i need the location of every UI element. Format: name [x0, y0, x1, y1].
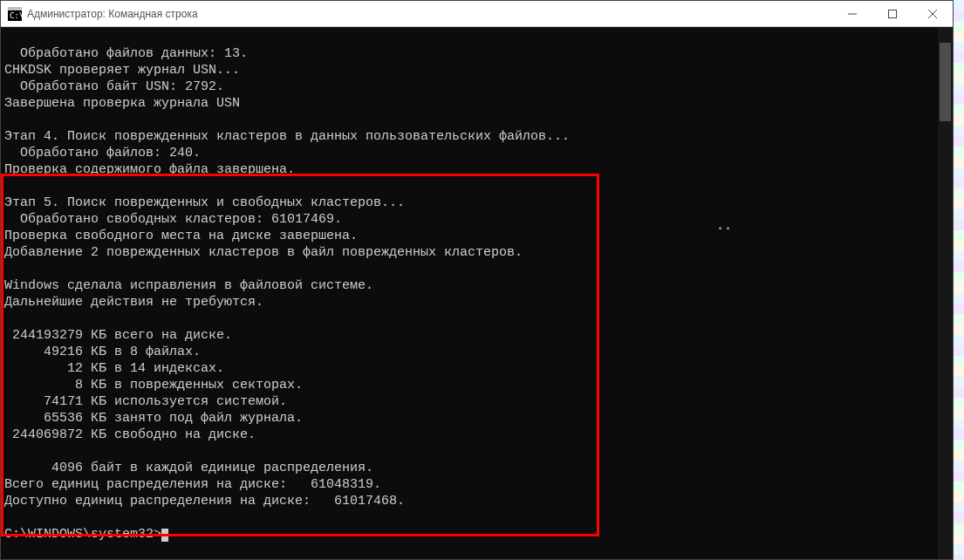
output-line: 8 КБ в поврежденных секторах.: [4, 378, 303, 393]
output-line: Этап 4. Поиск поврежденных кластеров в д…: [4, 129, 570, 144]
output-line: 4096 байт в каждой единице распределения…: [4, 461, 373, 475]
output-line: 65536 КБ занято под файл журнала.: [4, 411, 303, 426]
maximize-button[interactable]: [872, 1, 913, 26]
close-button[interactable]: [913, 1, 953, 26]
output-line: Обработано свободных кластеров: 61017469…: [4, 212, 342, 227]
minimize-button[interactable]: [832, 1, 872, 26]
cursor: [161, 529, 168, 542]
output-line: Дальнейшие действия не требуются.: [4, 295, 263, 310]
output-line: Завершена проверка журнала USN: [4, 96, 240, 111]
svg-rect-1: [8, 7, 22, 10]
terminal-output[interactable]: Обработано файлов данных: 13. CHKDSK про…: [1, 27, 938, 559]
ellipsis-indicator: ..: [716, 217, 732, 234]
desktop-edge: [954, 0, 964, 560]
svg-text:C:\: C:\: [10, 11, 22, 20]
output-line: 49216 КБ в 8 файлах.: [4, 345, 201, 359]
output-line: Добавление 2 поврежденных кластеров в фа…: [4, 245, 523, 260]
vertical-scrollbar[interactable]: [938, 27, 953, 559]
output-line: CHKDSK проверяет журнал USN...: [4, 63, 240, 78]
output-line: Обработано файлов: 240.: [4, 146, 201, 160]
titlebar[interactable]: C:\ Администратор: Командная строка: [1, 1, 953, 27]
scrollbar-thumb[interactable]: [940, 43, 951, 121]
output-line: Обработано файлов данных: 13.: [4, 46, 248, 61]
output-line: Проверка содержимого файла завершена.: [4, 162, 295, 177]
prompt: C:\WINDOWS\system32>: [4, 527, 161, 542]
output-line: 244069872 КБ свободно на диске.: [4, 427, 256, 442]
output-line: Windows сделала исправления в файловой с…: [4, 278, 373, 293]
app-window: C:\ Администратор: Командная строка Обра…: [0, 0, 954, 560]
cmd-icon: C:\: [8, 7, 22, 21]
terminal-area: Обработано файлов данных: 13. CHKDSK про…: [1, 27, 953, 559]
output-line: 74171 КБ используется системой.: [4, 394, 287, 409]
output-line: Этап 5. Поиск поврежденных и свободных к…: [4, 195, 405, 210]
window-controls: [832, 1, 953, 26]
output-line: Проверка свободного места на диске завер…: [4, 229, 358, 243]
output-line: Обработано байт USN: 2792.: [4, 79, 224, 94]
svg-rect-4: [889, 10, 897, 17]
output-line: 12 КБ в 14 индексах.: [4, 361, 224, 376]
output-line: Всего единиц распределения на диске: 610…: [4, 477, 381, 492]
output-line: Доступно единиц распределения на диске: …: [4, 494, 405, 509]
output-line: 244193279 КБ всего на диске.: [4, 328, 232, 343]
window-title: Администратор: Командная строка: [27, 8, 832, 20]
